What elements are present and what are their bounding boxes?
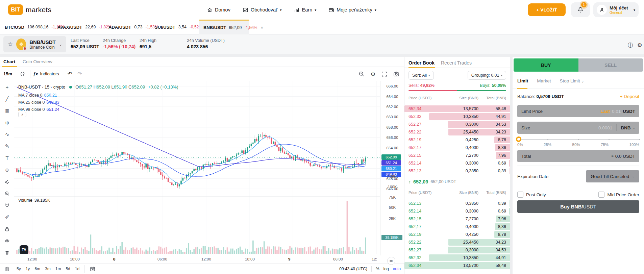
price-axis[interactable]: 666.00664.00662.00660.00658.00656.00654.… xyxy=(380,81,404,255)
info-icon[interactable]: ⓘ xyxy=(628,42,633,49)
redo-icon[interactable]: ↷ xyxy=(75,71,84,77)
pitchfork-icon[interactable]: ψ xyxy=(0,117,14,128)
emoji-icon[interactable]: ☺ xyxy=(0,164,14,176)
crosshair-icon[interactable]: + xyxy=(0,81,14,93)
ticker-tab-suiusdt[interactable]: SUI/USDT 3,54 -0,52% xyxy=(155,20,202,34)
orderbook-row-sell[interactable]: 652,270,300034,53 xyxy=(404,120,510,128)
range-button-1d[interactable]: 1d xyxy=(73,267,82,271)
tab-recent-trades[interactable]: Recent Trades xyxy=(441,60,472,66)
zoom-icon[interactable] xyxy=(0,188,14,199)
sell-tab[interactable]: SELL xyxy=(578,58,643,72)
buy-tab[interactable]: BUY xyxy=(514,58,578,72)
orderbook-row-sell[interactable]: 652,170,40008,36 xyxy=(404,144,510,151)
checkbox[interactable] xyxy=(598,192,604,198)
tab-limit[interactable]: Limit xyxy=(517,78,528,83)
tradingview-logo[interactable]: TV xyxy=(20,245,28,254)
text-icon[interactable]: T xyxy=(0,152,14,164)
tab-market[interactable]: Market xyxy=(537,78,551,83)
expiration-dropdown[interactable]: Good Till Canceled ⌄ xyxy=(586,170,639,182)
checkbox[interactable] xyxy=(517,192,523,198)
chart-settings-icon[interactable]: ⚙ xyxy=(371,71,375,77)
edit-icon[interactable]: ✐ xyxy=(0,211,14,223)
amount-slider-handle[interactable] xyxy=(516,136,521,142)
fib-retracement-icon[interactable]: ≣ xyxy=(0,105,14,117)
indicators-button[interactable]: ƒx Indicators xyxy=(33,71,59,76)
resize-handle[interactable] xyxy=(505,270,508,272)
orderbook-mid-price[interactable]: ↑ 652,09 652,00 USDT xyxy=(408,179,456,184)
time-axis[interactable]: 12:0018:00806:0012:0018:00906:0012: xyxy=(14,255,380,264)
post-only-option[interactable]: Post Only xyxy=(517,192,546,198)
total-field[interactable]: Total ≈ 0.0 USDT xyxy=(517,150,639,162)
scale-percent-button[interactable]: % xyxy=(376,267,379,271)
orderbook-row-buy[interactable]: 652,190,42508,78 xyxy=(404,230,510,238)
orderbook-row-sell[interactable]: 652,190,42508,78 xyxy=(404,136,510,144)
brush-icon[interactable]: ✎ xyxy=(0,140,14,152)
scale-log-button[interactable]: log xyxy=(383,267,389,271)
fullscreen-icon[interactable] xyxy=(381,71,387,77)
brand-logo[interactable]: BIT xyxy=(8,4,23,15)
size-unit-selector[interactable]: BNB xyxy=(621,125,630,130)
go-to-date-icon[interactable] xyxy=(88,264,98,274)
ticker-tab-adausdt[interactable]: ADA/USDT 0,73 -1,53% xyxy=(108,20,158,34)
orderbook-row-buy[interactable]: 652,3413,570058,48 xyxy=(404,261,510,269)
limit-price-field[interactable]: Limit Price Last 0.01 USDT xyxy=(517,105,639,117)
object-tree-icon[interactable] xyxy=(0,266,14,272)
patterns-icon[interactable]: ∿ xyxy=(0,128,14,140)
magnet-icon[interactable] xyxy=(0,199,14,211)
collapse-legend-button[interactable]: ∧ xyxy=(18,112,26,117)
quick-search-icon[interactable] xyxy=(358,71,365,77)
close-icon[interactable]: × xyxy=(261,25,263,30)
tab-chart[interactable]: Chart xyxy=(3,59,15,64)
orderbook-row-buy[interactable]: 652,157,27007,96 xyxy=(404,215,510,223)
sort-dropdown[interactable]: Sort: All▾ xyxy=(408,71,434,80)
orderbook-row-sell[interactable]: 652,3210,385044,91 xyxy=(404,113,510,120)
tab-coin-overview[interactable]: Coin Overview xyxy=(23,59,52,64)
orderbook-row-buy[interactable]: 652,3210,385044,91 xyxy=(404,254,510,261)
mid-price-order-option[interactable]: Mid Price Order xyxy=(598,192,639,198)
favorite-star-icon[interactable]: ☆ xyxy=(7,41,13,48)
range-button-5y[interactable]: 5y xyxy=(14,267,23,271)
trash-icon[interactable] xyxy=(0,247,14,258)
trend-line-icon[interactable]: ╱ xyxy=(0,93,14,105)
range-button-6m[interactable]: 6m xyxy=(32,267,43,271)
snapshot-camera-icon[interactable] xyxy=(393,71,399,77)
submit-buy-button[interactable]: Buy BNB/USDT xyxy=(517,200,639,213)
orderbook-row-buy[interactable]: 652,130,38500,39 xyxy=(404,199,510,207)
orderbook-row-sell[interactable]: 652,2225,445034,23 xyxy=(404,128,510,136)
nav-item-home[interactable]: Domov xyxy=(207,7,230,13)
lock-icon[interactable] xyxy=(0,223,14,235)
candle-style-icon[interactable] xyxy=(18,68,27,80)
orderbook-row-buy[interactable]: 652,270,300034,53 xyxy=(404,246,510,254)
eye-icon[interactable] xyxy=(0,235,14,247)
size-field[interactable]: Size 0.0001 BNB ⌄ xyxy=(517,122,639,134)
gear-icon[interactable]: ⚙ xyxy=(637,42,642,48)
scroll-to-realtime-button[interactable]: ≫ xyxy=(387,257,395,265)
account-menu[interactable]: Môj účet General ▾ xyxy=(593,2,639,17)
orderbook-row-buy[interactable]: 652,140,30000,69 xyxy=(404,207,510,215)
undo-icon[interactable]: ↶ xyxy=(65,71,75,77)
grouping-dropdown[interactable]: Grouping: 0,01▾ xyxy=(468,71,506,80)
orderbook-row-buy[interactable]: 652,2225,445034,23 xyxy=(404,238,510,246)
deposit-button[interactable]: + VLOŽIŤ xyxy=(528,3,566,16)
range-button-1m[interactable]: 1m xyxy=(53,267,64,271)
chart-plot-area[interactable] xyxy=(14,81,380,255)
pair-selector[interactable]: ☆ ❖ BNB/USDT Binance Coin ⌄ xyxy=(3,36,66,52)
range-button-1y[interactable]: 1y xyxy=(23,267,32,271)
orderbook-row-buy[interactable]: 652,170,40008,36 xyxy=(404,223,510,230)
orderbook-row-sell[interactable]: 652,140,30000,69 xyxy=(404,159,510,167)
nav-item-wallets[interactable]: Moje peňaženky ▾ xyxy=(328,7,376,13)
interval-button[interactable]: 15m xyxy=(3,71,12,76)
nav-item-earn[interactable]: Earn ▾ xyxy=(294,7,317,13)
last-price-button[interactable]: Last xyxy=(600,109,610,114)
orderbook-row-sell[interactable]: 652,3413,570058,48 xyxy=(404,105,510,113)
range-button-3m[interactable]: 3m xyxy=(43,267,53,271)
orderbook-row-sell[interactable]: 652,130,38500,39 xyxy=(404,167,510,175)
orderbook-row-sell[interactable]: 652,157,27007,96 xyxy=(404,151,510,159)
measure-icon[interactable] xyxy=(0,176,14,188)
ticker-tab-avaxusdt[interactable]: AVAX/USDT 22,69 -1,82% xyxy=(57,20,112,34)
scale-auto-button[interactable]: auto xyxy=(393,267,401,271)
tab-order-book[interactable]: Order Book xyxy=(408,60,435,66)
ticker-tab-btcusd[interactable]: BTC/USD 106 098,16 -1,15% xyxy=(5,20,64,34)
range-button-5d[interactable]: 5d xyxy=(63,267,72,271)
nav-item-trade[interactable]: Obchodovať ▾ xyxy=(243,7,282,13)
